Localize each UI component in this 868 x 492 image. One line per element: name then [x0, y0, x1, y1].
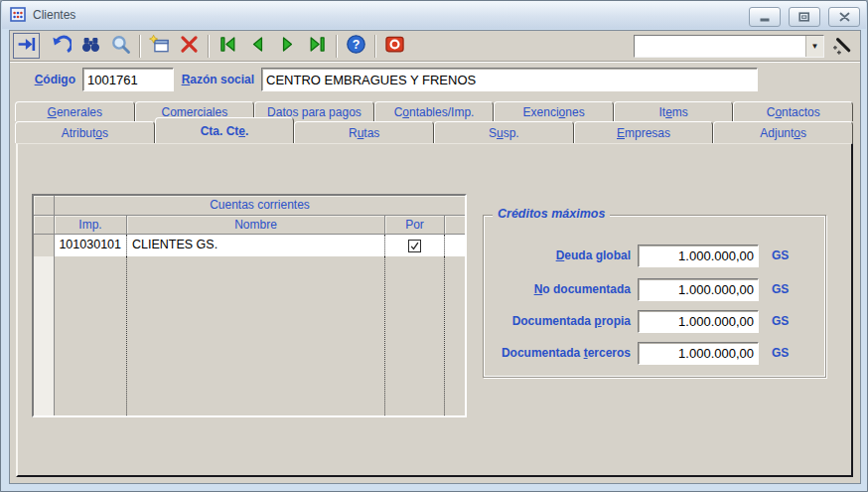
tab-contables-imp[interactable]: Contables/Imp.	[374, 101, 495, 121]
nav-next-icon	[277, 34, 298, 59]
tab-items[interactable]: Items	[614, 101, 734, 121]
tab-row-2: Atributos Cta. Cte. Rutas Susp. Empresas…	[15, 121, 853, 143]
documentada-terceros-input[interactable]	[638, 342, 759, 365]
column-header-spacer	[445, 216, 465, 235]
grid-title: Cuentas corrientes	[55, 196, 465, 216]
last-record-button[interactable]	[304, 33, 331, 59]
minimize-button[interactable]	[749, 7, 781, 27]
documentada-propia-label: Documentada propia	[484, 310, 631, 333]
chevron-down-icon: ▼	[811, 42, 819, 51]
grid-empty-area	[34, 256, 465, 415]
creditos-maximos-title: Créditos máximos	[493, 207, 610, 221]
help-button[interactable]: ?	[343, 33, 369, 59]
currency-label-gs: GS	[772, 278, 789, 301]
titlebar[interactable]: Clientes	[2, 1, 866, 29]
caption-buttons	[749, 7, 860, 27]
tab-atributos[interactable]: Atributos	[15, 121, 155, 143]
close-button[interactable]	[828, 7, 860, 27]
toolbar-search-combo-input[interactable]	[635, 36, 805, 57]
currency-label-gs: GS	[772, 245, 789, 267]
cell-imp-contable[interactable]: 101030101	[55, 235, 127, 256]
arrow-enter-icon	[16, 34, 37, 59]
maximize-button[interactable]	[789, 7, 820, 27]
razon-social-input[interactable]	[261, 68, 758, 91]
currency-label-gs: GS	[772, 310, 789, 333]
app-icon	[10, 7, 26, 23]
tab-rutas[interactable]: Rutas	[294, 121, 434, 143]
restore-icon	[798, 8, 810, 26]
combo-dropdown-button[interactable]: ▼	[805, 36, 823, 57]
deuda-global-input[interactable]	[638, 245, 759, 267]
red-x-icon	[179, 34, 200, 59]
toolbar-separator	[139, 35, 141, 58]
nav-first-icon	[217, 34, 238, 59]
exit-button[interactable]	[381, 33, 408, 59]
clientes-window: Clientes	[0, 0, 868, 492]
column-header-imp-contable: Imp. contable	[55, 216, 127, 235]
undo-arrow-icon	[51, 34, 72, 59]
post-button[interactable]	[13, 33, 40, 59]
tab-generales[interactable]: Generales	[15, 101, 135, 121]
toolbar-search-combo: ▼	[634, 35, 824, 58]
tab-row-1: Generales Comerciales Datos para pagos C…	[15, 101, 853, 121]
magnifier-icon	[110, 34, 131, 59]
creditos-maximos-groupbox: Créditos máximos Deuda global GS No docu…	[483, 215, 826, 378]
grid-title-row: Cuentas corrientes	[34, 196, 465, 216]
column-header-por-defecto: Por Defecto	[385, 216, 445, 235]
svg-text:?: ?	[353, 37, 361, 51]
power-icon	[384, 34, 405, 59]
cta-cte-tab-page: Cuentas corrientes Imp. contable Nombre …	[16, 143, 853, 477]
undo-button[interactable]	[48, 33, 74, 59]
no-documentada-label: No documentada	[484, 278, 631, 301]
grid-indicator-header	[34, 196, 55, 216]
next-record-button[interactable]	[274, 33, 301, 59]
cuentas-corrientes-grid: Cuentas corrientes Imp. contable Nombre …	[32, 194, 467, 417]
question-icon: ?	[346, 34, 366, 59]
nav-last-icon	[307, 34, 328, 59]
delete-button[interactable]	[176, 33, 203, 59]
codigo-label: Código	[18, 68, 75, 91]
window-title: Clientes	[33, 8, 75, 22]
tab-cta-cte[interactable]: Cta. Cte.	[155, 117, 295, 143]
wand-button[interactable]	[828, 34, 854, 60]
binoculars-icon	[80, 34, 101, 59]
tab-susp[interactable]: Susp.	[434, 121, 574, 143]
razon-social-label: Razón social	[159, 68, 254, 91]
first-record-button[interactable]	[215, 33, 241, 59]
prior-record-button[interactable]	[244, 33, 271, 59]
find-button[interactable]	[77, 33, 104, 59]
deuda-global-label: Deuda global	[484, 245, 631, 267]
nav-prior-icon	[247, 34, 268, 59]
column-header-nombre: Nombre	[127, 216, 385, 235]
new-button[interactable]	[146, 33, 173, 59]
documentada-propia-input[interactable]	[638, 310, 759, 333]
cell-por-defecto	[385, 235, 445, 256]
tab-empresas[interactable]: Empresas	[574, 121, 714, 143]
por-defecto-checkbox[interactable]	[408, 240, 421, 252]
grid-row[interactable]: 101030101 CLIENTES GS.	[34, 235, 465, 256]
magic-wand-icon	[831, 35, 852, 60]
cell-nombre[interactable]: CLIENTES GS.	[127, 235, 385, 256]
cell-spacer	[445, 235, 465, 256]
row-indicator	[34, 235, 55, 256]
no-documentada-input[interactable]	[638, 278, 759, 301]
currency-label-gs: GS	[772, 342, 789, 365]
search-button[interactable]	[107, 33, 134, 59]
toolbar-separator	[208, 35, 210, 58]
toolbar-separator	[374, 35, 376, 58]
client-area: ? ▼ Código Razón social Generales Comerc…	[9, 30, 861, 484]
documentada-terceros-label: Documentada terceros	[484, 342, 631, 365]
close-icon	[839, 8, 850, 26]
minimize-icon	[759, 8, 771, 26]
toolbar-separator	[336, 35, 338, 58]
tab-exenciones[interactable]: Exenciones	[494, 101, 614, 121]
grid-indicator-header	[34, 216, 55, 235]
new-record-icon	[149, 34, 170, 59]
grid-header-row: Imp. contable Nombre Por Defecto	[34, 216, 465, 235]
tab-contactos[interactable]: Contactos	[733, 101, 853, 121]
tab-adjuntos[interactable]: Adjuntos	[713, 121, 853, 143]
